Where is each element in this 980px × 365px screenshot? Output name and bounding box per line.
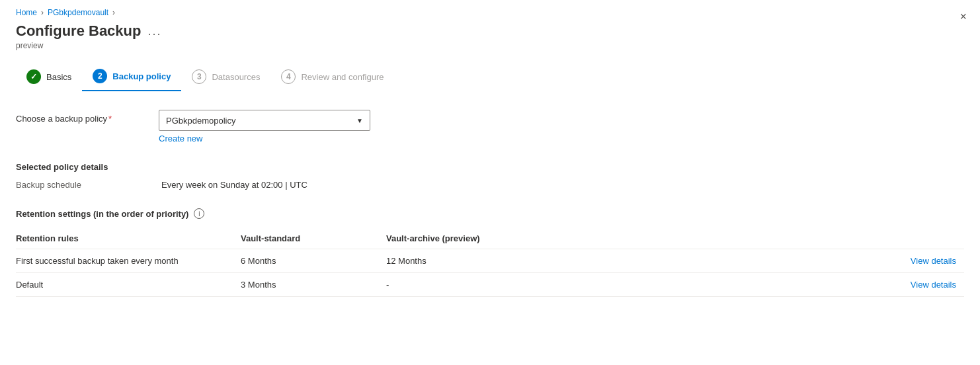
backup-policy-section: Choose a backup policy* PGbkpdemopolicy …: [16, 110, 964, 143]
retention-heading-row: Retention settings (in the order of prio…: [16, 208, 964, 219]
policy-details-heading: Selected policy details: [16, 162, 964, 172]
backup-policy-dropdown[interactable]: PGbkpdemopolicy ▼: [159, 110, 370, 131]
retention-section: Retention settings (in the order of prio…: [16, 208, 964, 297]
step-1-circle: ✓: [26, 69, 41, 84]
step-4-circle: 4: [281, 69, 296, 84]
step-3-label: Datasources: [212, 72, 260, 82]
chevron-down-icon: ▼: [356, 117, 363, 124]
backup-schedule-row: Backup schedule Every week on Sunday at …: [16, 180, 964, 190]
retention-heading: Retention settings (in the order of prio…: [16, 209, 188, 219]
create-new-link[interactable]: Create new: [159, 134, 370, 143]
retention-table-body: First successful backup taken every mont…: [16, 249, 964, 297]
policy-control-group: PGbkpdemopolicy ▼ Create new: [159, 110, 370, 143]
more-options-icon[interactable]: ...: [147, 24, 161, 38]
view-details-link-2[interactable]: View details: [911, 280, 956, 290]
row-1-vault-standard: 6 Months: [241, 249, 386, 273]
row-1-action: View details: [558, 249, 964, 273]
step-datasources[interactable]: 3 Datasources: [181, 64, 270, 91]
breadcrumb-sep-1: ›: [41, 8, 44, 17]
row-2-vault-archive: -: [386, 273, 558, 297]
row-2-action: View details: [558, 273, 964, 297]
page-wrapper: Home › PGbkpdemovault › Configure Backup…: [0, 0, 980, 313]
row-2-vault-standard: 3 Months: [241, 273, 386, 297]
step-3-circle: 3: [192, 69, 206, 84]
dropdown-value: PGbkpdemopolicy: [166, 116, 236, 126]
retention-table-header: Retention rules Vault-standard Vault-arc…: [16, 228, 964, 249]
steps-nav: ✓ Basics 2 Backup policy 3 Datasources 4…: [16, 63, 964, 91]
step-basics[interactable]: ✓ Basics: [16, 64, 82, 91]
table-row: Default 3 Months - View details: [16, 273, 964, 297]
page-subtitle: preview: [16, 41, 964, 50]
step-review-configure[interactable]: 4 Review and configure: [270, 64, 394, 91]
view-details-link-1[interactable]: View details: [911, 256, 956, 266]
step-1-label: Basics: [46, 72, 71, 82]
breadcrumb-vault[interactable]: PGbkpdemovault: [48, 8, 108, 17]
row-1-rule: First successful backup taken every mont…: [16, 249, 241, 273]
breadcrumb-sep-2: ›: [112, 8, 115, 17]
required-indicator: *: [108, 114, 112, 124]
col-header-vault-standard: Vault-standard: [241, 228, 386, 249]
col-header-vault-archive: Vault-archive (preview): [386, 228, 558, 249]
table-header-row: Retention rules Vault-standard Vault-arc…: [16, 228, 964, 249]
policy-select-row: Choose a backup policy* PGbkpdemopolicy …: [16, 110, 964, 143]
row-2-rule: Default: [16, 273, 241, 297]
policy-details-section: Selected policy details Backup schedule …: [16, 162, 964, 190]
retention-table: Retention rules Vault-standard Vault-arc…: [16, 228, 964, 297]
step-2-circle: 2: [93, 69, 107, 83]
backup-schedule-value: Every week on Sunday at 02:00 | UTC: [161, 180, 307, 190]
backup-schedule-label: Backup schedule: [16, 180, 161, 190]
breadcrumb: Home › PGbkpdemovault ›: [16, 8, 964, 17]
step-backup-policy[interactable]: 2 Backup policy: [82, 63, 181, 91]
header-row: Configure Backup ...: [16, 22, 964, 40]
info-icon[interactable]: i: [194, 208, 204, 219]
step-4-label: Review and configure: [301, 72, 384, 82]
breadcrumb-home[interactable]: Home: [16, 8, 37, 17]
table-row: First successful backup taken every mont…: [16, 249, 964, 273]
close-button[interactable]: ×: [960, 11, 967, 22]
policy-label: Choose a backup policy*: [16, 110, 148, 124]
page-title: Configure Backup: [16, 22, 141, 40]
step-2-label: Backup policy: [112, 71, 171, 81]
row-1-vault-archive: 12 Months: [386, 249, 558, 273]
col-header-action: [558, 228, 964, 249]
col-header-rules: Retention rules: [16, 228, 241, 249]
